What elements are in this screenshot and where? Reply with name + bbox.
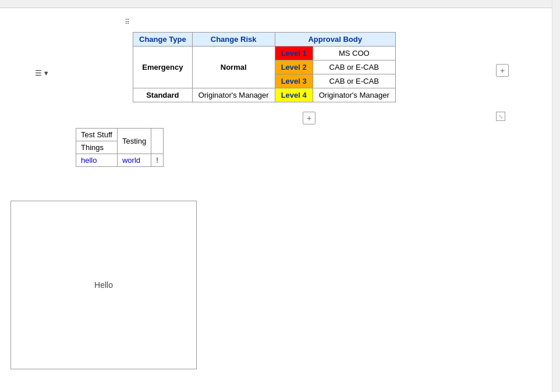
cell-emergency: Emergency [133, 47, 193, 88]
testing-table: Test Stuff Testing Things hello world ! [76, 128, 164, 167]
cell-things: Things [76, 141, 118, 154]
cell-test-stuff: Test Stuff [76, 129, 118, 141]
cell-ms-coo: MS COO [313, 47, 395, 60]
grid-dots-icon: ⠿ [125, 18, 130, 26]
cell-originators-manager-risk: Originator's Manager [192, 88, 275, 102]
cell-exclamation: ! [151, 154, 164, 167]
main-table-wrapper: Change Type Change Risk Approval Body Em… [133, 32, 396, 102]
left-toolbar-icon[interactable]: ☰ ▾ [35, 69, 48, 77]
cell-normal: Normal [192, 47, 275, 88]
second-table-wrapper: Test Stuff Testing Things hello world ! [76, 128, 164, 167]
table-icon: ☰ [35, 69, 42, 77]
cell-originators-manager-body: Originator's Manager [313, 88, 395, 102]
dropdown-arrow-icon: ▾ [44, 69, 48, 77]
table-row: hello world ! [76, 154, 164, 167]
cell-cab-ecab-3: CAB or E-CAB [313, 74, 395, 88]
cell-level-2: Level 2 [275, 60, 313, 74]
plus-icon: + [500, 66, 505, 75]
cell-level-4: Level 4 [275, 88, 313, 102]
cell-world: world [117, 154, 151, 167]
approval-table: Change Type Change Risk Approval Body Em… [133, 32, 396, 102]
col-header-change-type: Change Type [133, 33, 193, 47]
plus-icon: + [307, 113, 311, 123]
resize-icon: ⤡ [498, 113, 503, 120]
cell-hello: hello [76, 154, 118, 167]
resize-handle[interactable]: ⤡ [496, 112, 505, 121]
add-row-button[interactable]: + [303, 112, 316, 124]
scrollbar-right[interactable] [552, 0, 560, 392]
text-frame[interactable]: Hello [10, 201, 197, 369]
cell-standard: Standard [133, 88, 193, 102]
add-col-button[interactable]: + [496, 64, 509, 77]
table-row: Emergency Normal Level 1 MS COO [133, 47, 396, 60]
table-row: Standard Originator's Manager Level 4 Or… [133, 88, 396, 102]
top-bar [0, 0, 560, 8]
col-header-change-risk: Change Risk [192, 33, 275, 47]
col-header-approval-body: Approval Body [275, 33, 395, 47]
cell-level-3: Level 3 [275, 74, 313, 88]
cell-testing: Testing [117, 129, 151, 154]
cell-cab-ecab-2: CAB or E-CAB [313, 60, 395, 74]
grid-handle[interactable]: ⠿ [121, 16, 133, 28]
cell-level-1: Level 1 [275, 47, 313, 60]
text-frame-content: Hello [94, 280, 113, 290]
table-row: Test Stuff Testing [76, 129, 164, 141]
